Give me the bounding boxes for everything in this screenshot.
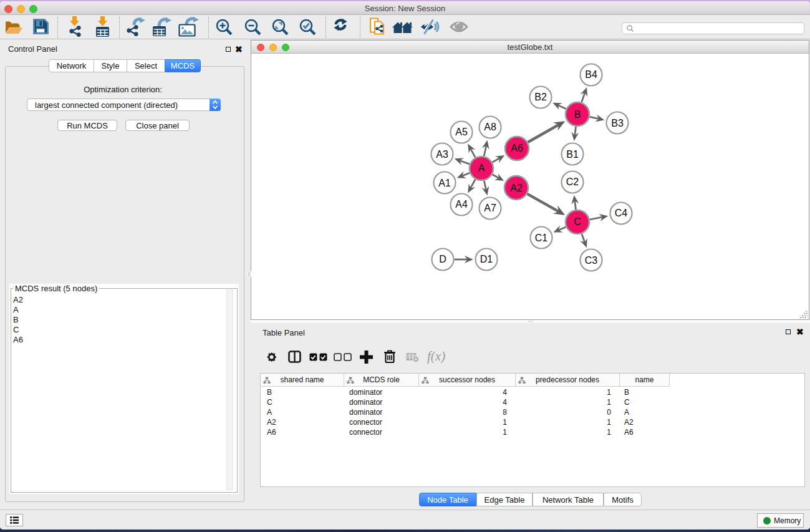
svg-text:A5: A5 — [455, 127, 468, 137]
svg-text:C4: C4 — [615, 208, 628, 218]
svg-text:A6: A6 — [511, 143, 523, 153]
svg-text:D1: D1 — [480, 254, 493, 264]
svg-text:f(x): f(x) — [427, 350, 445, 364]
svg-text:A4: A4 — [455, 199, 468, 210]
svg-text:A8: A8 — [484, 122, 496, 132]
svg-text:B3: B3 — [611, 118, 624, 128]
svg-text:A3: A3 — [436, 149, 448, 160]
svg-text:A2: A2 — [510, 183, 523, 193]
svg-text:B1: B1 — [566, 149, 579, 160]
svg-text:B4: B4 — [585, 69, 597, 80]
svg-text:C2: C2 — [566, 177, 579, 187]
svg-text:D: D — [439, 254, 446, 264]
svg-text:A7: A7 — [484, 203, 496, 213]
svg-text:C1: C1 — [535, 233, 548, 243]
svg-text:C3: C3 — [585, 255, 598, 266]
svg-text:A: A — [478, 163, 485, 173]
svg-text:B2: B2 — [534, 92, 547, 102]
svg-text:B: B — [574, 109, 581, 120]
svg-text:A1: A1 — [438, 178, 451, 188]
svg-text:C: C — [574, 216, 581, 227]
